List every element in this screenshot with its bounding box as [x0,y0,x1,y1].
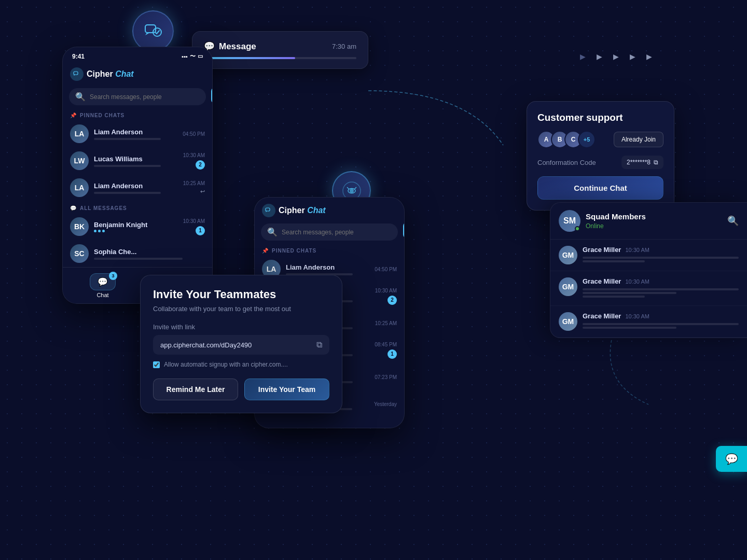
search-input-left[interactable] [90,93,200,101]
search-bar-right[interactable]: 🔍 + [261,223,398,241]
chat-meta-lucas: 10:30 AM 2 [183,152,205,170]
squad-msg-avatar-3: GM [559,312,577,331]
badge-lucas: 2 [196,160,205,170]
invite-team-button[interactable]: Invite Your Team [244,379,329,400]
squad-search-icon[interactable]: 🔍 [727,215,739,227]
squad-message-1[interactable]: GM Grace Miller 10:30 AM [550,240,747,271]
chat-tab[interactable]: 💬 3 [90,273,116,290]
chat-meta-r4: 08:45 PM 1 [375,342,397,359]
notification-progress [204,57,356,59]
reply-icon-liam-2: ↩ [200,188,205,195]
wifi-icon: 〜 [190,52,196,60]
play-button-2[interactable]: ▶ [594,52,604,61]
copy-link-button[interactable]: ⧉ [316,340,322,349]
squad-name: Squad Members [586,212,646,221]
search-input-right[interactable] [282,229,392,236]
add-chat-button-right[interactable]: + [403,222,405,238]
all-messages-label: 💬 ALL MESSAGES [63,201,212,213]
chat-item-benjamin[interactable]: BK Benjamin Knight 10:30 AM 1 [63,213,212,240]
svg-rect-7 [266,208,270,211]
customer-support-card: Customer support A B C +5 Already Join C… [527,101,674,211]
search-bar-left[interactable]: 🔍 + [69,88,206,105]
squad-msg-avatar-2: GM [559,277,577,296]
squad-message-3[interactable]: GM Grace Miller 10:30 AM [550,306,747,338]
customer-card-avatars-row: A B C +5 Already Join [537,131,663,148]
chat-meta-r5: 07:23 PM [375,374,397,380]
app-logo-right: Cipher Chat [262,204,326,217]
chat-preview-liam-2 [94,192,161,194]
squad-header: SM Squad Members Online 🔍 [550,203,747,240]
chat-meta-r3: 10:25 AM [375,320,397,326]
squad-info: Squad Members Online [586,212,646,230]
avatar-stack: A B C +5 [537,131,596,148]
svg-line-5 [347,187,349,189]
chat-info-liam-1: Liam Anderson [94,128,177,140]
app-icon-circle [132,10,174,52]
chat-time-r1: 04:50 PM [375,267,397,272]
avatar-sophia: SC [70,244,89,263]
chat-item-sophia[interactable]: SC Sophia Che... [63,240,212,267]
remind-later-button[interactable]: Remind Me Later [153,379,238,400]
chat-nav-label: Chat [96,292,108,298]
signal-icon: ▪▪▪ [182,53,188,60]
invite-link-url: app.cipherchat.com/dDay2490 [160,341,252,349]
status-icons: ▪▪▪ 〜 ▭ [182,52,203,60]
squad-msg-bar-2b [583,292,676,294]
chat-name-r1: Liam Anderson [286,263,369,271]
add-chat-button-left[interactable]: + [211,87,213,104]
chat-name-liam-1: Liam Anderson [94,128,177,136]
chat-item-liam-2[interactable]: LA Liam Anderson 10:25 AM ↩ [63,174,212,201]
pin-icon: 📌 [70,113,77,118]
app-header-left: Cipher Chat [63,63,212,85]
continue-chat-button[interactable]: Continue Chat [537,176,663,200]
message-folder-icon: 💬 [70,205,77,211]
floating-action-button[interactable]: 💬 [716,446,747,472]
avatar-count: +5 [578,131,596,148]
chat-time-benjamin: 10:30 AM [183,218,205,224]
copy-code-icon[interactable]: ⧉ [654,159,658,166]
conf-label: Conformation Code [537,159,596,166]
avatar-benjamin: BK [70,217,89,236]
chat-info-benjamin: Benjamin Knight [94,221,178,232]
squad-panel: SM Squad Members Online 🔍 GM Grace Mille… [550,202,747,338]
avatar-lucas: LW [70,151,89,170]
app-logo-left: Cipher Chat [70,67,134,81]
play-button-3[interactable]: ▶ [611,52,620,61]
play-button-5[interactable]: ▶ [644,52,654,61]
squad-msg-bar-1a [583,257,739,259]
chat-name-liam-2: Liam Anderson [94,182,178,190]
chat-meta-r2: 10:30 AM 2 [375,288,397,305]
squad-msg-bar-3a [583,323,739,325]
chat-item-liam-1[interactable]: LA Liam Anderson 04:50 PM [63,120,212,147]
svg-line-6 [354,187,356,189]
logo-text-right: Cipher Chat [279,206,326,215]
chat-preview-sophia [94,258,183,260]
auto-signup-checkbox[interactable] [153,361,160,368]
chat-time-r3: 10:25 AM [375,320,397,326]
squad-msg-name-row-1: Grace Miller 10:30 AM [583,246,739,254]
chat-nav-badge: 3 [109,272,117,280]
invite-subtitle: Collaborate with your team to get the mo… [153,304,329,314]
media-controls: ▶ ▶ ▶ ▶ ▶ [578,52,654,61]
battery-icon: ▭ [198,53,203,60]
invite-checkbox-row: Allow automatic signup with an cipher.co… [153,361,329,368]
logo-icon-left [70,67,84,81]
mobile-card-left: 9:41 ▪▪▪ 〜 ▭ Cipher Chat 🔍 + 📌 PINNED CH… [62,47,213,304]
chat-meta-benjamin: 10:30 AM 1 [183,218,205,235]
search-icon-left: 🔍 [75,92,86,102]
chat-preview-lucas [94,165,161,167]
chat-time-lucas: 10:30 AM [183,152,205,158]
play-button-1[interactable]: ▶ [578,52,587,61]
chat-meta-liam-1: 04:50 PM [183,131,205,137]
play-button-4[interactable]: ▶ [628,52,637,61]
nav-chat[interactable]: 💬 3 Chat [68,273,137,298]
chat-item-lucas[interactable]: LW Lucas Williams 10:30 AM 2 [63,147,212,174]
chat-info-lucas: Lucas Williams [94,155,178,167]
squad-msg-name-row-3: Grace Miller 10:30 AM [583,312,739,320]
badge-r4: 1 [388,349,397,359]
squad-message-2[interactable]: GM Grace Miller 10:30 AM [550,271,747,306]
logo-text-left: Cipher Chat [87,69,134,79]
chat-time-r2: 10:30 AM [375,288,397,293]
already-join-button[interactable]: Already Join [614,132,663,147]
squad-msg-bar-2a [583,288,739,290]
